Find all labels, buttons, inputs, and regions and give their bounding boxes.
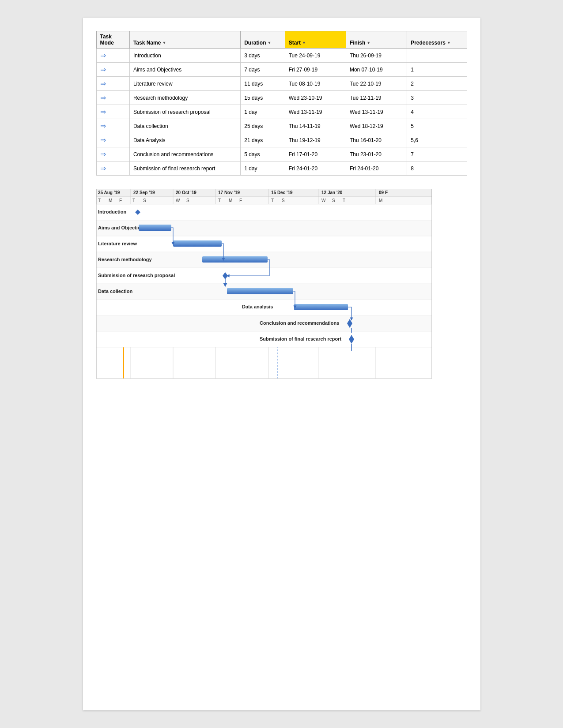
day-T4: T	[271, 198, 274, 203]
day-S2: S	[186, 198, 189, 203]
period-sep: 22 Sep '19	[133, 190, 155, 195]
task-name-cell: Data Analysis	[129, 133, 240, 147]
duration-cell: 3 days	[241, 49, 285, 63]
chart-label-7: Data analysis	[242, 304, 273, 309]
task-mode-cell: ⇒	[96, 119, 129, 133]
task-mode-icon: ⇒	[100, 122, 106, 130]
table-row: ⇒Data collection25 daysThu 14-11-19Wed 1…	[96, 119, 467, 133]
header-mode: TaskMode	[96, 31, 129, 49]
duration-cell: 11 days	[241, 77, 285, 91]
task-mode-cell: ⇒	[96, 63, 129, 77]
finish-cell: Thu 23-01-20	[346, 147, 407, 161]
day-T2: T	[132, 198, 135, 203]
bar-2	[139, 225, 171, 231]
pred-sort-arrow[interactable]: ▼	[447, 41, 451, 45]
task-mode-cell: ⇒	[96, 91, 129, 105]
day-T5: T	[343, 198, 345, 203]
chart-label-1: Introduction	[98, 209, 126, 214]
header-name: Task Name ▼	[129, 31, 240, 49]
duration-cell: 7 days	[241, 63, 285, 77]
gantt-svg: 25 Aug '19 22 Sep '19 20 Oct '19 17 Nov …	[96, 189, 432, 379]
page: TaskMode Task Name ▼ Duration ▼	[83, 18, 480, 710]
day-T3: T	[218, 198, 221, 203]
table-row: ⇒Submission of research proposal1 dayWed…	[96, 105, 467, 119]
gantt-table: TaskMode Task Name ▼ Duration ▼	[96, 31, 467, 176]
chart-label-6: Data collection	[98, 289, 133, 294]
start-cell: Fri 17-01-20	[285, 147, 346, 161]
day-M3: M	[379, 198, 382, 203]
duration-cell: 5 days	[241, 147, 285, 161]
task-mode-icon: ⇒	[100, 94, 106, 102]
bar-4	[202, 256, 268, 263]
start-cell: Tue 24-09-19	[285, 49, 346, 63]
task-name-cell: Introduction	[129, 49, 240, 63]
start-sort-arrow[interactable]: ▼	[302, 41, 306, 45]
task-name-text: Conclusion and recommendations	[133, 151, 213, 158]
day-S1: S	[143, 198, 146, 203]
start-cell: Fri 27-09-19	[285, 63, 346, 77]
predecessors-cell: 3	[407, 91, 467, 105]
header-start: Start ▼	[285, 31, 346, 49]
period-nov: 17 Nov '19	[218, 190, 240, 195]
finish-cell: Thu 16-01-20	[346, 133, 407, 147]
duration-cell: 25 days	[241, 119, 285, 133]
name-sort-arrow[interactable]: ▼	[162, 41, 166, 45]
finish-cell: Thu 26-09-19	[346, 49, 407, 63]
predecessors-cell: 2	[407, 77, 467, 91]
start-cell: Tue 08-10-19	[285, 77, 346, 91]
task-name-cell: Conclusion and recommendations	[129, 147, 240, 161]
task-mode-cell: ⇒	[96, 49, 129, 63]
task-mode-cell: ⇒	[96, 161, 129, 176]
chart-label-4: Research methodology	[98, 257, 152, 262]
chart-label-8: Conclusion and recommendations	[260, 320, 339, 326]
day-T1: T	[98, 198, 101, 203]
task-name-text: Introduction	[133, 53, 161, 59]
duration-cell: 1 day	[241, 161, 285, 176]
row-bg-3	[96, 236, 432, 252]
task-mode-cell: ⇒	[96, 77, 129, 91]
day-S3: S	[282, 198, 285, 203]
task-mode-cell: ⇒	[96, 147, 129, 161]
chart-label-2: Aims and Objectives	[98, 225, 146, 230]
task-name-text: Submission of research proposal	[133, 109, 211, 115]
task-name-cell: Submission of final research report	[129, 161, 240, 176]
finish-cell: Fri 24-01-20	[346, 161, 407, 176]
predecessors-cell: 5	[407, 119, 467, 133]
finish-sort-arrow[interactable]: ▼	[367, 41, 370, 45]
finish-cell: Tue 22-10-19	[346, 77, 407, 91]
predecessors-cell: 8	[407, 161, 467, 176]
period-feb: 09 F	[379, 190, 388, 195]
period-jan: 12 Jan '20	[321, 190, 343, 195]
chart-label-3: Literature review	[98, 241, 137, 246]
task-mode-icon: ⇒	[100, 164, 106, 173]
day-M2: M	[229, 198, 232, 203]
dur-sort-arrow[interactable]: ▼	[268, 41, 272, 45]
predecessors-cell	[407, 49, 467, 63]
task-name-text: Aims and Objectives	[133, 67, 181, 73]
chart-label-5: Submission of research proposal	[98, 273, 175, 278]
table-row: ⇒Data Analysis21 daysThu 19-12-19Thu 16-…	[96, 133, 467, 147]
start-cell: Wed 23-10-19	[285, 91, 346, 105]
task-mode-icon: ⇒	[100, 51, 106, 60]
header-duration: Duration ▼	[241, 31, 285, 49]
start-cell: Thu 14-11-19	[285, 119, 346, 133]
table-row: ⇒Research methodology15 daysWed 23-10-19…	[96, 91, 467, 105]
day-W2: W	[321, 198, 326, 203]
day-S4: S	[332, 198, 335, 203]
task-name-cell: Data collection	[129, 119, 240, 133]
day-M1: M	[109, 198, 112, 203]
table-row: ⇒Literature review11 daysTue 08-10-19Tue…	[96, 77, 467, 91]
duration-cell: 1 day	[241, 105, 285, 119]
row-bg-1	[96, 204, 432, 220]
predecessors-cell: 7	[407, 147, 467, 161]
period-aug: 25 Aug '19	[98, 190, 120, 195]
task-mode-icon: ⇒	[100, 108, 106, 116]
start-cell: Wed 13-11-19	[285, 105, 346, 119]
bar-6	[227, 288, 293, 294]
task-name-text: Research methodology	[133, 95, 188, 101]
predecessors-cell: 4	[407, 105, 467, 119]
duration-cell: 15 days	[241, 91, 285, 105]
header-predecessors: Predecessors ▼	[407, 31, 467, 49]
table-row: ⇒Introduction3 daysTue 24-09-19Thu 26-09…	[96, 49, 467, 63]
period-oct: 20 Oct '19	[176, 190, 196, 195]
